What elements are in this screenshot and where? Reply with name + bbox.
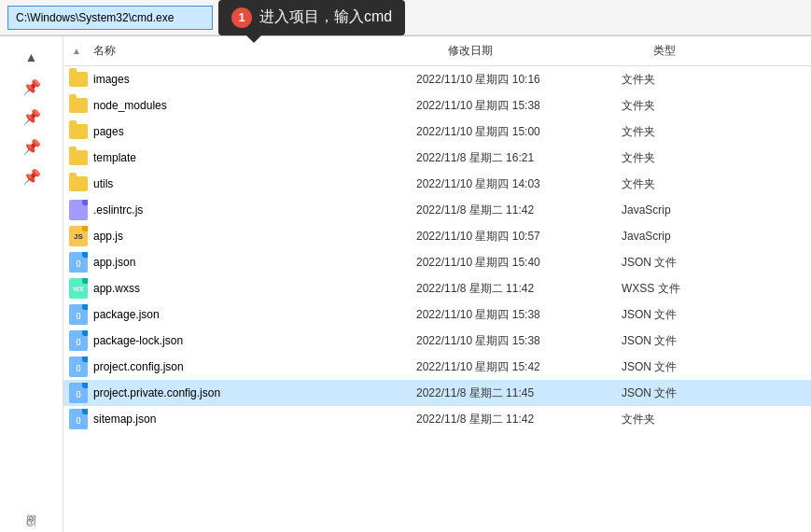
col-header-date[interactable]: 修改日期 [444,43,650,59]
file-icon-json: {} [67,356,90,378]
table-row[interactable]: {}package-lock.json2022/11/10 星期四 15:38J… [63,328,811,354]
file-name: node_modules [90,99,416,112]
table-row[interactable]: WXapp.wxss2022/11/8 星期二 11:42WXSS 文件 [63,275,811,301]
file-icon-json: {} [67,303,90,326]
file-name: utils [90,177,416,190]
table-row[interactable]: template2022/11/8 星期二 16:21文件夹 [63,145,811,171]
file-date: 2022/11/10 星期四 14:03 [416,176,622,192]
file-type: 文件夹 [622,412,811,427]
file-date: 2022/11/10 星期四 10:16 [416,72,622,88]
sidebar-drive-label: C: [22,513,40,532]
file-type: 文件夹 [622,150,811,166]
file-icon-json: {} [67,408,90,430]
address-box[interactable]: C:\Windows\System32\cmd.exe [7,6,213,30]
file-icon-json: {} [67,329,90,352]
file-type: WXSS 文件 [622,281,811,297]
file-type: JavaScrip [622,230,811,243]
file-name: project.private.config.json [90,386,416,399]
file-date: 2022/11/10 星期四 15:42 [416,359,622,375]
file-date: 2022/11/10 星期四 10:57 [416,229,622,245]
file-icon-js: JS [67,225,90,247]
file-type: JSON 文件 [622,307,811,323]
table-row[interactable]: JSapp.js2022/11/10 星期四 10:57JavaScrip [63,223,811,249]
explorer-window: C:\Windows\System32\cmd.exe 1 进入项目，输入cmd… [0,0,811,532]
col-header-type[interactable]: 类型 [650,43,811,59]
table-row[interactable]: {}package.json2022/11/10 星期四 15:38JSON 文… [63,301,811,328]
file-date: 2022/11/10 星期四 15:40 [416,255,622,271]
main-area: ▲ 📌 📌 📌 📌 空间 C: ▲ 名称 修改日期 类型 images2022/… [0,36,811,532]
content-area: ▲ 名称 修改日期 类型 images2022/11/10 星期四 10:16文… [63,36,811,532]
address-path: C:\Windows\System32\cmd.exe [16,11,174,24]
file-date: 2022/11/8 星期二 11:42 [416,412,622,427]
file-name: sitemap.json [90,413,416,426]
file-type: JSON 文件 [622,333,811,349]
sidebar-pin-3[interactable]: 📌 [19,133,45,160]
file-date: 2022/11/8 星期二 16:21 [416,150,622,166]
file-name: app.js [90,230,416,243]
file-name: app.wxss [90,282,416,295]
file-date: 2022/11/10 星期四 15:00 [416,124,622,140]
file-type: JSON 文件 [622,385,811,401]
file-date: 2022/11/10 星期四 15:38 [416,307,622,323]
sidebar-pin-4[interactable]: 📌 [19,163,45,189]
file-date: 2022/11/8 星期二 11:45 [416,385,622,401]
sidebar-pin-2[interactable]: 📌 [19,104,45,130]
file-icon-folder [67,94,90,117]
file-icon-folder [67,147,90,169]
table-row[interactable]: {}sitemap.json2022/11/8 星期二 11:42文件夹 [63,406,811,432]
file-icon-folder [67,173,90,195]
file-name: package.json [90,308,416,321]
file-name: project.config.json [90,360,416,373]
file-name: pages [90,125,416,138]
file-type: 文件夹 [622,98,811,114]
file-icon-folder [67,120,90,143]
sidebar: ▲ 📌 📌 📌 📌 空间 C: [0,36,63,532]
tooltip-text: 进入项目，输入cmd [259,7,392,27]
col-header-name[interactable]: 名称 [90,43,444,59]
file-type: 文件夹 [622,72,811,88]
tooltip-badge: 1 [231,7,252,28]
file-name: template [90,151,416,164]
file-date: 2022/11/10 星期四 15:38 [416,333,622,349]
column-headers: ▲ 名称 修改日期 类型 [63,36,811,66]
file-date: 2022/11/8 星期二 11:42 [416,203,622,218]
file-type: 文件夹 [622,176,811,192]
file-date: 2022/11/8 星期二 11:42 [416,281,622,297]
file-type: JSON 文件 [622,359,811,375]
file-type: JSON 文件 [622,255,811,271]
file-name: .eslintrc.js [90,203,416,217]
sidebar-expand-icon[interactable]: ▲ [19,44,45,70]
table-row[interactable]: pages2022/11/10 星期四 15:00文件夹 [63,119,811,145]
table-row[interactable]: {}app.json2022/11/10 星期四 15:40JSON 文件 [63,249,811,275]
file-name: package-lock.json [90,334,416,347]
sort-icon: ▲ [72,46,81,56]
file-name: images [90,73,416,86]
sidebar-space-label: 空间 [21,502,42,510]
table-row[interactable]: {}project.config.json2022/11/10 星期四 15:4… [63,354,811,380]
file-type: 文件夹 [622,124,811,140]
sidebar-pin-1[interactable]: 📌 [19,74,45,100]
file-list: images2022/11/10 星期四 10:16文件夹node_module… [63,66,811,532]
file-icon-folder [67,68,90,91]
table-row[interactable]: images2022/11/10 星期四 10:16文件夹 [63,66,811,92]
top-area: C:\Windows\System32\cmd.exe 1 进入项目，输入cmd [0,0,811,36]
file-icon-wxss: WX [67,277,90,300]
tooltip-bubble: 1 进入项目，输入cmd [218,0,405,35]
file-type: JavaScrip [622,203,811,217]
file-name: app.json [90,256,416,269]
table-row[interactable]: node_modules2022/11/10 星期四 15:38文件夹 [63,92,811,119]
address-row: C:\Windows\System32\cmd.exe 1 进入项目，输入cmd [0,0,811,35]
file-icon-json: {} [67,251,90,273]
file-icon-eslint [67,199,90,221]
file-date: 2022/11/10 星期四 15:38 [416,98,622,114]
table-row[interactable]: {}project.private.config.json2022/11/8 星… [63,380,811,406]
table-row[interactable]: .eslintrc.js2022/11/8 星期二 11:42JavaScrip [63,197,811,223]
table-row[interactable]: utils2022/11/10 星期四 14:03文件夹 [63,171,811,197]
file-icon-json: {} [67,382,90,404]
